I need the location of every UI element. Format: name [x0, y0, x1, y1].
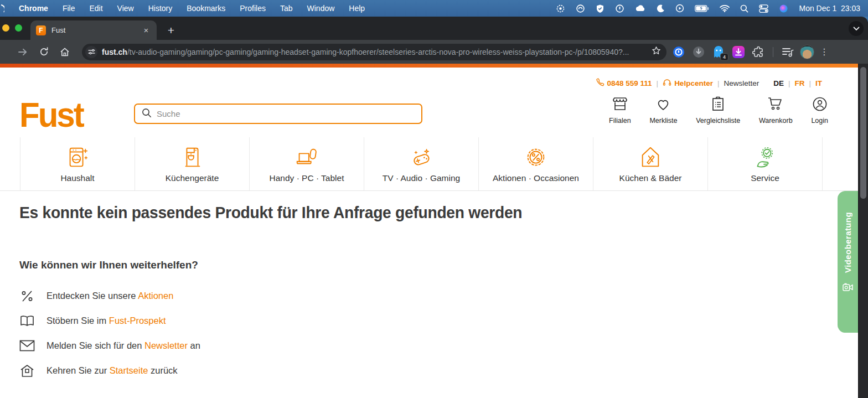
prospekt-link[interactable]: Fust-Prospekt: [109, 316, 166, 325]
profile-avatar[interactable]: [800, 45, 814, 59]
address-bar[interactable]: fust.ch/tv-audio-gaming/gaming/pc-gaming…: [82, 44, 666, 60]
phone-icon: [596, 78, 604, 89]
nav-haushalt[interactable]: Haushalt: [20, 137, 135, 190]
cloud-storage-icon[interactable]: [635, 4, 646, 12]
toolbar-separator: [773, 47, 773, 57]
tab-close-icon[interactable]: ×: [141, 25, 151, 35]
cropped-menu-icon: [1, 4, 4, 12]
zoom-button[interactable]: [15, 24, 22, 32]
nav-service[interactable]: Service: [707, 137, 822, 190]
menu-tab[interactable]: Tab: [280, 4, 293, 13]
phone-number: 0848 559 111: [607, 79, 652, 87]
utility-separator: |: [717, 79, 720, 87]
site-info-icon[interactable]: [85, 46, 97, 58]
list-item-newsletter: Melden Sie sich für den Newsletter an: [19, 333, 200, 358]
menu-edit[interactable]: Edit: [89, 4, 102, 13]
lang-de[interactable]: DE: [773, 79, 784, 87]
browser-tab[interactable]: F Fust ×: [30, 20, 157, 40]
home-icon: [19, 364, 35, 378]
nav-label: Küchen & Bäder: [619, 173, 682, 183]
help-list: Entdecken Sie unsere Aktionen Stöbern Si…: [19, 283, 200, 383]
minimize-button[interactable]: [2, 24, 9, 32]
list-item-startseite: Kehren Sie zur Startseite zurück: [19, 358, 200, 383]
search-input[interactable]: [157, 109, 415, 118]
menubar-clock[interactable]: Mon Dec 1 23:03: [799, 4, 860, 13]
tab-search-chevron-icon[interactable]: [849, 21, 864, 36]
siri-icon[interactable]: [779, 4, 788, 13]
action-filialen[interactable]: Filialen: [609, 96, 631, 125]
search-bar[interactable]: [134, 104, 422, 124]
wifi-icon[interactable]: [720, 5, 730, 12]
control-center-icon[interactable]: [759, 4, 768, 13]
lang-separator: |: [788, 79, 790, 87]
helpcenter-link[interactable]: Helpcenter: [663, 79, 713, 89]
tab-title: Fust: [51, 26, 136, 34]
language-switcher: DE | FR | IT: [773, 79, 822, 87]
menu-file[interactable]: File: [63, 4, 75, 13]
clipboard-list-icon: [711, 96, 725, 114]
window-controls[interactable]: [2, 24, 22, 32]
open-book-icon: [19, 314, 35, 328]
menu-profiles[interactable]: Profiles: [240, 4, 266, 13]
lang-it[interactable]: IT: [815, 79, 822, 87]
videoberatung-label: Videoberatung: [843, 212, 852, 273]
forward-icon[interactable]: [14, 44, 31, 60]
steelseries-gear-icon[interactable]: [556, 4, 565, 13]
service-hand-icon: [752, 144, 778, 171]
action-warenkorb[interactable]: Warenkorb: [759, 96, 793, 125]
media-playlist-icon[interactable]: [780, 44, 795, 60]
nav-filler: [822, 137, 858, 190]
disabled-extension-icon[interactable]: [691, 44, 706, 60]
menu-window[interactable]: Window: [307, 4, 335, 13]
action-label: Warenkorb: [759, 117, 793, 125]
browser-menu-icon[interactable]: ⋮: [819, 46, 830, 57]
page-scrollbar[interactable]: [858, 64, 868, 398]
url-text[interactable]: fust.ch/tv-audio-gaming/gaming/pc-gaming…: [102, 48, 645, 56]
nav-kuechengeraete[interactable]: Küchengeräte: [135, 137, 249, 190]
menu-bookmarks[interactable]: Bookmarks: [187, 4, 225, 13]
action-login[interactable]: Login: [811, 96, 828, 125]
action-merkliste[interactable]: Merkliste: [649, 96, 677, 125]
user-circle-icon: [812, 96, 828, 114]
action-vergleichsliste[interactable]: Vergleichsliste: [696, 96, 740, 125]
downloader-extension-icon[interactable]: [731, 44, 746, 60]
bookmark-star-icon[interactable]: [652, 46, 661, 58]
lang-fr[interactable]: FR: [794, 79, 804, 87]
house-tools-icon: [638, 144, 663, 171]
new-tab-button[interactable]: +: [164, 23, 178, 38]
phone-link[interactable]: 0848 559 111: [596, 78, 652, 89]
category-nav: Haushalt Küchengeräte Handy · PC · Table…: [0, 137, 858, 191]
menu-help[interactable]: Help: [349, 4, 365, 13]
nav-tv-audio-gaming[interactable]: TV · Audio · Gaming: [364, 137, 478, 190]
menu-history[interactable]: History: [148, 4, 173, 13]
fust-logo[interactable]: Fust: [19, 95, 83, 135]
one-password-extension-icon[interactable]: [671, 44, 686, 60]
startseite-link[interactable]: Startseite: [110, 365, 148, 375]
menu-app-name[interactable]: Chrome: [19, 4, 48, 13]
aktionen-link[interactable]: Aktionen: [138, 291, 173, 301]
scrollbar-thumb[interactable]: [860, 67, 866, 199]
screen: Chrome File Edit View History Bookmarks …: [0, 0, 868, 398]
play-circle-icon[interactable]: [675, 4, 684, 13]
menu-view[interactable]: View: [117, 4, 134, 13]
nav-label: TV · Audio · Gaming: [383, 173, 460, 183]
one-password-icon[interactable]: [615, 4, 624, 13]
newsletter-link[interactable]: Newsletter: [724, 79, 759, 87]
laptop-phone-icon: [294, 144, 319, 171]
battery-charging-icon[interactable]: [695, 5, 709, 12]
home-icon[interactable]: [56, 44, 73, 60]
nav-aktionen-occasionen[interactable]: Aktionen · Occasionen: [478, 137, 593, 190]
store-icon: [612, 96, 628, 114]
spotlight-search-icon[interactable]: [740, 4, 748, 13]
shield-check-icon[interactable]: [596, 4, 604, 13]
reload-icon[interactable]: [35, 44, 52, 60]
nav-kuechen-baeder[interactable]: Küchen & Bäder: [593, 137, 707, 190]
ghostery-extension-icon[interactable]: 4: [711, 44, 726, 60]
newsletter-signup-link[interactable]: Newsletter: [144, 340, 188, 350]
creative-cloud-icon[interactable]: [576, 4, 585, 13]
help-text: Stöbern Sie im Fust-Prospekt: [46, 316, 166, 326]
extensions-puzzle-icon[interactable]: [751, 44, 766, 60]
videoberatung-tab[interactable]: Videoberatung: [838, 191, 858, 333]
nav-handy-pc-tablet[interactable]: Handy · PC · Tablet: [249, 137, 364, 190]
moon-icon[interactable]: [657, 4, 665, 13]
